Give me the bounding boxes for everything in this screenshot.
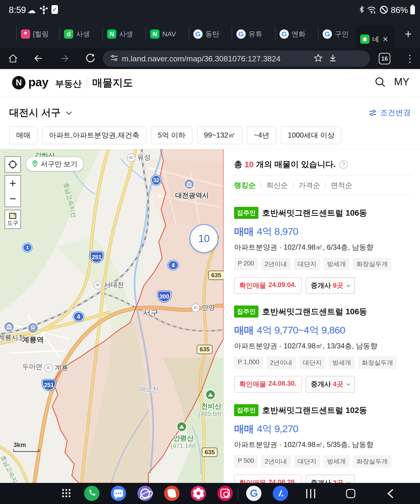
browser-tab[interactable]: N NAV xyxy=(146,25,189,43)
flower-app-icon[interactable] xyxy=(191,486,206,501)
home-icon[interactable] xyxy=(7,52,19,64)
browser-tab[interactable]: G 유튜 xyxy=(232,25,275,43)
listing-tags: P 1,000 2년이내 대단지 방세개 화장실두개 xyxy=(234,356,412,369)
zoom-in-button[interactable]: + xyxy=(5,175,21,191)
filter-chip-price[interactable]: 5억 이하 xyxy=(151,126,192,144)
naver-pay-logo-icon[interactable]: N xyxy=(12,76,25,90)
back-button[interactable] xyxy=(380,483,401,504)
url-text[interactable]: m.land.naver.com/map/36.3081076:127.3824 xyxy=(122,54,312,63)
route-badge: 635 xyxy=(208,270,223,280)
sort-ranking[interactable]: 랭킹순 xyxy=(234,180,256,190)
filter-chip-area[interactable]: 99~132㎡ xyxy=(197,126,242,144)
listing-card[interactable]: 집주인 호반써밋그랜드센트럴 106동 매매4억 8,970 아파트분양권 · … xyxy=(234,207,412,294)
mountain-elevation: (465.6m xyxy=(198,410,221,418)
listing-tags: P 500 2년이내 대단지 방세개 화장실두개 xyxy=(234,455,412,468)
zoom-out-button[interactable]: − xyxy=(5,191,21,207)
download-icon[interactable] xyxy=(328,54,337,64)
map-canvas[interactable]: 갑하산 (468.7m) IC유성 호남고속지선 32 대전광역시 1 251 … xyxy=(0,149,223,483)
total-count-row: 총 10 개의 매물이 있습니다. ? xyxy=(234,159,412,170)
browser-tab[interactable]: G 구인 xyxy=(318,25,356,43)
browser-tab[interactable]: * [힐링 xyxy=(17,25,59,43)
current-location-button[interactable] xyxy=(5,156,21,173)
tab-favicon: * xyxy=(21,30,30,39)
listing-spec: 아파트분양권 · 102/74.98㎡, 6/34층, 남동향 xyxy=(234,242,412,252)
reload-icon[interactable] xyxy=(84,52,97,64)
agent-count-dropdown[interactable]: 중개사 2곳 xyxy=(306,474,355,483)
sort-area[interactable]: 면적순 xyxy=(331,180,352,190)
listing-title[interactable]: 호반써밋그랜드센트럴 102동 xyxy=(262,405,367,416)
new-tab-button[interactable]: + xyxy=(405,27,412,41)
listing-spec: 아파트분양권 · 102/74.98㎡, 5/35층, 남동향 xyxy=(234,440,412,450)
owner-badge: 집주인 xyxy=(234,404,258,416)
camera-app-icon[interactable] xyxy=(217,486,233,501)
tab-title: NAV xyxy=(162,30,176,38)
mountain-label: 천비산 xyxy=(201,402,221,411)
tab-title: 엔화 xyxy=(292,30,305,39)
home-button[interactable] xyxy=(340,483,361,504)
listing-card[interactable]: 집주인 호반써밋그랜드센트럴 106동 매매4억 9,770~4억 9,860 … xyxy=(234,306,412,393)
listing-tags: P 200 2년이내 대단지 방세개 화장실두개 xyxy=(234,258,412,270)
browser-tab[interactable]: d 사생 xyxy=(60,25,103,43)
phone-app-icon[interactable] xyxy=(84,486,99,501)
browser-menu-icon[interactable]: ⋮ xyxy=(404,52,416,64)
close-tab-icon[interactable]: ✕ xyxy=(383,35,388,43)
back-icon[interactable] xyxy=(32,52,44,64)
region-name: 대전시 서구 xyxy=(9,107,61,118)
my-menu-button[interactable]: MY xyxy=(394,76,409,88)
sort-price[interactable]: 가격순 xyxy=(298,180,320,190)
tag: 방세개 xyxy=(323,455,350,468)
map-scale-label: 3km xyxy=(13,441,39,449)
browser-app-icon[interactable] xyxy=(137,486,153,501)
tab-title: 사생 xyxy=(119,30,133,39)
verified-listing-badge: 확인매물 24.08.28. xyxy=(234,474,302,483)
recents-button[interactable] xyxy=(300,483,321,504)
tag: 방세개 xyxy=(323,258,350,270)
filter-chip-age[interactable]: ~4년 xyxy=(247,126,276,144)
search-icon[interactable] xyxy=(374,76,387,89)
owner-badge: 집주인 xyxy=(234,306,258,318)
naver-pay-logo-text[interactable]: pay xyxy=(28,75,49,89)
browser-tab[interactable]: G 동탄 xyxy=(189,25,232,43)
tab-switcher-button[interactable]: 16 xyxy=(379,53,390,64)
site-settings-icon[interactable] xyxy=(110,54,119,63)
url-bar[interactable]: m.land.naver.com/map/36.3081076:127.3824 xyxy=(103,50,370,67)
sort-newest[interactable]: 최신순 xyxy=(266,180,288,190)
agent-count-dropdown[interactable]: 중개사 9곳 xyxy=(306,277,355,294)
change-conditions-button[interactable]: 조건변경 xyxy=(368,108,411,118)
listing-title[interactable]: 호반써밋그랜드센트럴 106동 xyxy=(262,208,367,218)
filter-chip-trade[interactable]: 매매 xyxy=(9,126,37,144)
tab-title: 동탄 xyxy=(205,30,219,39)
total-count: 10 xyxy=(244,160,254,169)
map-scale-bar xyxy=(13,449,39,452)
chevron-down-icon xyxy=(347,382,350,386)
realestate-section-label[interactable]: 부동산 xyxy=(55,78,82,90)
app-drawer-icon[interactable] xyxy=(62,489,70,497)
clock: 8:59 xyxy=(9,5,26,15)
battery-icon xyxy=(410,6,415,14)
browser-tab[interactable]: N 사생 xyxy=(103,25,146,43)
forward-icon[interactable] xyxy=(58,52,70,64)
filter-chip-households[interactable]: 1000세대 이상 xyxy=(281,126,342,144)
map-tools-button[interactable]: 도구 xyxy=(5,210,21,229)
listing-cluster-marker[interactable]: 10 xyxy=(190,224,218,253)
page-title: 매물지도 xyxy=(92,76,133,90)
listing-price: 매매4억 8,970 xyxy=(234,225,412,238)
browser-tab[interactable]: G 엔화 xyxy=(275,25,318,43)
cityhall-icon xyxy=(184,179,195,189)
messages-app-icon[interactable] xyxy=(111,486,126,501)
city-label: 대전광역시 xyxy=(175,191,209,200)
tag: P 1,000 xyxy=(234,356,263,369)
bookmark-star-icon[interactable] xyxy=(313,53,323,64)
google-app-icon[interactable]: G xyxy=(246,486,262,501)
naver-blue-app-icon[interactable] xyxy=(273,486,288,501)
change-conditions-label: 조건변경 xyxy=(380,108,411,118)
agent-count-dropdown[interactable]: 중개사 4곳 xyxy=(306,376,355,393)
red-app-icon[interactable] xyxy=(164,486,179,501)
listing-title[interactable]: 호반써밋그랜드센트럴 106동 xyxy=(262,306,367,317)
view-district-only-button[interactable]: 서구만 보기 xyxy=(25,156,84,171)
listing-card[interactable]: 집주인 호반써밋그랜드센트럴 102동 매매4억 9,270 아파트분양권 · … xyxy=(234,404,412,483)
help-icon[interactable]: ? xyxy=(339,160,348,169)
filter-chip-type[interactable]: 아파트,아파트분양권,재건축 xyxy=(42,126,146,144)
tab-title: 유튜 xyxy=(249,30,262,39)
region-selector[interactable]: 대전시 서구 xyxy=(9,106,71,119)
